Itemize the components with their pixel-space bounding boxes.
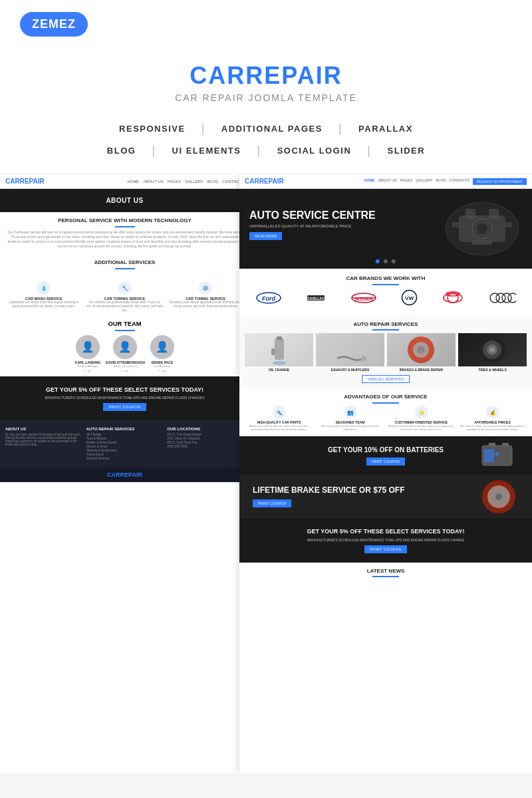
- social-icon-g2[interactable]: g+: [126, 369, 129, 372]
- promo-5-btn[interactable]: PRINT COUPON: [364, 545, 407, 553]
- engine-svg: [439, 196, 525, 262]
- right-nav-links: HOME ABOUT US PAGES GALLERY BLOG CONTACT…: [364, 178, 527, 185]
- features-row2: BLOG | UI ELEMENTS | SOCIAL LOGIN | SLID…: [13, 141, 519, 160]
- social-icon-f3[interactable]: f: [158, 369, 159, 372]
- adv-prices: 💰 AFFORDABLE PRICES We strive to make ou…: [458, 406, 527, 431]
- right-nav-home[interactable]: HOME: [364, 178, 375, 185]
- tuning-text: Transform your vehicle appearance with m…: [167, 301, 244, 309]
- brand-nissan: NISSAN: [348, 289, 379, 308]
- personal-service-text: Our CarRepair service will take on a hig…: [7, 230, 243, 249]
- promo-brake-btn[interactable]: PRINT COUPON: [253, 499, 291, 507]
- right-nav-blog[interactable]: BLOG: [436, 178, 446, 185]
- left-nav-home[interactable]: HOME: [127, 180, 139, 184]
- feature-parallax: PARALLAX: [350, 121, 421, 136]
- footer-service-6[interactable]: Transmission: [86, 453, 164, 456]
- left-footer: ABOUT US By now we have opened thousands…: [0, 420, 249, 467]
- footer-locations-title: OUR LOCATIONS: [167, 427, 244, 431]
- avatar-1: 👤: [76, 335, 100, 359]
- social-icon-t[interactable]: t: [86, 369, 87, 372]
- social-icon-t3[interactable]: t: [161, 369, 162, 372]
- hero-read-more-btn[interactable]: READ MORE: [249, 232, 282, 240]
- svg-point-5: [477, 223, 487, 234]
- repair-tire: TIRES & WHEELS: [458, 333, 527, 372]
- sep4: |: [249, 141, 269, 160]
- footer-service-2[interactable]: Tires & Wheels: [86, 437, 164, 440]
- svg-point-36: [489, 347, 495, 352]
- news-sep: [372, 576, 399, 577]
- hero-dots: [374, 259, 397, 265]
- footer-about-text: By now we have opened thousands of fast …: [5, 433, 82, 446]
- service-tuning: ⚙️ CAR TUNING SERVICE Transform your veh…: [167, 281, 244, 313]
- dot-2[interactable]: [392, 259, 396, 263]
- person-3-silhouette: 👤: [150, 335, 174, 359]
- dot-active[interactable]: [376, 259, 380, 263]
- social-icon-g3[interactable]: g+: [163, 369, 166, 372]
- right-nav-gallery[interactable]: GALLERY: [416, 178, 432, 185]
- promo-5-bottom-section: GET YOUR 5% OFF THESE SELECT SERVICES TO…: [239, 518, 532, 563]
- page-left: CARREPAIR HOME ABOUT US PAGES GALLERY BL…: [0, 174, 249, 773]
- footer-service-4[interactable]: Shocks & Struts: [86, 445, 164, 448]
- adv-customer: ⭐ CUSTOMER-ORIENTED SERVICE All that mot…: [387, 406, 456, 431]
- promo-10-btn[interactable]: PRINT COUPON: [366, 458, 405, 466]
- footer-service-5[interactable]: Steering & Suspension: [86, 449, 164, 452]
- divider3: [115, 330, 135, 331]
- additional-services-heading: ADDITIONAL SERVICES: [7, 259, 243, 265]
- team-member-1: 👤 KARL LANDING General Manager f t g+: [75, 335, 100, 372]
- feature-social: SOCIAL LOGIN: [269, 143, 360, 158]
- left-promo-desc: MANUFACTURER'S SCHEDULED MAINTENANCE TUN…: [7, 396, 243, 400]
- member-2-name: DAVID ATTENBOROUGH: [106, 360, 145, 364]
- zemez-logo[interactable]: ZEMEZ: [20, 12, 88, 37]
- footer-locations-list: 411 N. First Road Raleigh 2041 Oliver St…: [167, 433, 244, 448]
- svg-rect-3: [489, 209, 499, 219]
- battery-illustration: +: [479, 439, 519, 473]
- footer-location-3: 801 S. Craft Road Fay.: [167, 441, 244, 444]
- right-nav-contacts[interactable]: CONTACTS: [450, 178, 469, 185]
- left-promo-btn[interactable]: PRINT COUPON: [103, 403, 146, 411]
- team-member-3: 👤 DEREK PACE Car Mechanic f t g+: [150, 335, 174, 372]
- left-nav-pages[interactable]: PAGES: [168, 180, 181, 184]
- left-nav-gallery[interactable]: GALLERY: [185, 180, 203, 184]
- dot-1[interactable]: [384, 259, 388, 263]
- repair-oil: OIL CHANGE: [245, 333, 313, 372]
- footer-service-1[interactable]: Oil Change: [86, 433, 164, 436]
- view-all-btn[interactable]: VIEW ALL SERVICES: [362, 375, 410, 383]
- tire-title: TIRES & WHEELS: [458, 368, 527, 372]
- sep5: |: [359, 141, 379, 160]
- social-icon-f[interactable]: f: [84, 369, 85, 372]
- social-icon-t2[interactable]: t: [124, 369, 124, 372]
- team-icon: 👥: [344, 406, 357, 419]
- svg-rect-25: [275, 338, 284, 360]
- left-promo-bar: GET YOUR 5% OFF THESE SELECT SERVICES TO…: [0, 376, 249, 421]
- footer-location-1: 411 N. First Road Raleigh: [167, 433, 244, 436]
- brand-vw: VW: [399, 287, 420, 309]
- svg-rect-26: [277, 336, 282, 340]
- quality-icon: 🔩: [273, 406, 286, 419]
- left-nav-blog[interactable]: BLOG: [207, 180, 219, 184]
- left-nav-about[interactable]: ABOUT US: [143, 180, 164, 184]
- latest-news-heading: LATEST NEWS: [245, 568, 527, 574]
- footer-service-3[interactable]: Brakes & Brake Repair: [86, 441, 164, 444]
- footer-logo: CARREPAIR: [5, 471, 244, 478]
- avatar-3: 👤: [150, 335, 174, 359]
- footer-service-7[interactable]: General Services: [86, 457, 164, 460]
- svg-rect-8: [472, 241, 492, 245]
- footer-col-about: ABOUT US By now we have opened thousands…: [5, 427, 82, 461]
- right-nav: CARREPAIR HOME ABOUT US PAGES GALLERY BL…: [239, 174, 532, 189]
- right-nav-pages[interactable]: PAGES: [400, 178, 413, 185]
- footer-location-2: 2041 Oliver St. Charlotte: [167, 437, 244, 440]
- svg-rect-38: [489, 443, 495, 446]
- social-icon-f2[interactable]: f: [122, 369, 122, 372]
- feature-blog: BLOG: [99, 143, 144, 158]
- social-icon-g[interactable]: g+: [88, 369, 92, 372]
- brand-toyota: [440, 289, 467, 308]
- left-promo-title: GET YOUR 5% OFF THESE SELECT SERVICES TO…: [7, 386, 243, 394]
- oil-title: OIL CHANGE: [245, 368, 313, 372]
- repair-sep: [372, 329, 399, 331]
- request-appointment-btn[interactable]: REQUEST AN APPOINTMENT: [473, 178, 527, 185]
- right-nav-about[interactable]: ABOUT US: [378, 178, 397, 185]
- right-hero: AUTO SERVICE CENTRE UNPARALLELED QUALITY…: [239, 189, 532, 269]
- svg-text:VW: VW: [405, 295, 414, 301]
- engine-illustration: [439, 196, 525, 262]
- main-title: CARREPAIR: [13, 62, 519, 90]
- footer-logo-bar: CARREPAIR: [0, 467, 249, 482]
